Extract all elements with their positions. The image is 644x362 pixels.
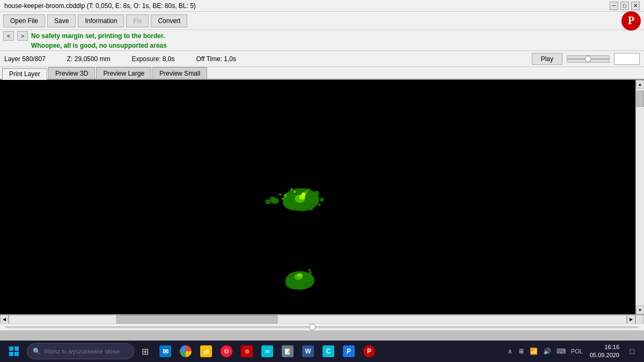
taskbar-app-chrome[interactable] [176,341,195,362]
svg-point-19 [294,191,296,193]
save-button[interactable]: Save [47,14,76,27]
title-bar-text: house-keeper-broom.cbddlp (T: 0,050, E: … [4,2,196,10]
nav-forward-button[interactable]: > [17,31,28,41]
scroll-right-arrow[interactable]: ▶ [627,315,635,324]
scroll-left-arrow[interactable]: ◀ [0,315,9,324]
start-button[interactable] [2,341,26,362]
svg-point-21 [286,271,314,290]
scroll-down-arrow[interactable]: ▼ [636,306,645,314]
clock-date: 05.09.2020 [590,351,619,359]
svg-rect-30 [9,352,13,356]
horizontal-scrollbar[interactable]: ◀ ▶ [0,314,644,323]
taskbar-app-p2[interactable]: P [360,341,379,362]
tray-volume[interactable]: 🔊 [541,346,553,356]
tray-keyboard[interactable]: ⌨ [555,346,567,356]
nav-back-button[interactable]: < [3,31,14,41]
main-area: ▲ ▼ ◀ ▶ [0,80,644,330]
svg-point-6 [302,193,306,197]
slider-thumb[interactable] [585,56,591,62]
tab-preview-small[interactable]: Preview Small [152,67,207,79]
svg-point-11 [282,197,284,200]
svg-point-2 [299,191,318,203]
canvas-wrapper [0,80,635,314]
task-view-icon: ⊞ [142,346,149,357]
tab-preview-3d[interactable]: Preview 3D [48,67,95,79]
vertical-scrollbar[interactable]: ▲ ▼ [635,80,644,314]
frame-input[interactable]: 580 [614,53,640,65]
taskbar-app-word[interactable]: W [298,341,318,362]
scroll-thumb-horizontal[interactable] [116,315,277,323]
svg-point-22 [286,277,304,289]
search-bar[interactable]: 🔍 [27,343,134,359]
scroll-track-vertical[interactable] [636,88,645,306]
bottom-slider-thumb[interactable] [309,324,316,330]
maximize-button[interactable]: □ [620,2,629,10]
word-icon: W [302,345,314,357]
svg-point-4 [295,195,305,203]
opera-icon: O [221,345,232,357]
app-p2-icon: P [363,345,375,357]
taskbar-app-mail[interactable]: ✉ [258,341,277,362]
speed-slider[interactable] [567,55,610,63]
tray-network[interactable]: 🖥 [516,346,526,356]
layer-info-bar: Layer 580/807 Z: 29,0500 mm Exposure: 8,… [0,51,644,67]
bottom-slider-track[interactable] [5,326,639,328]
information-button[interactable]: Information [78,14,124,27]
open-file-button[interactable]: Open File [3,14,45,27]
svg-point-26 [309,271,312,274]
tab-print-layer[interactable]: Print Layer [2,68,47,80]
svg-point-20 [291,188,293,190]
svg-point-23 [297,272,313,283]
windows-icon [9,346,19,357]
minimize-button[interactable]: ─ [610,2,618,10]
search-input[interactable] [44,348,119,354]
taskbar-app-opera[interactable]: O [217,341,236,362]
title-bar-controls: ─ □ ✕ [610,2,640,10]
system-clock[interactable]: 16:16 05.09.2020 [587,343,623,360]
task-view-button[interactable]: ⊞ [135,341,155,362]
svg-rect-31 [14,352,19,356]
toolbar: Open File Save Information Fix Convert P [0,12,644,30]
taskbar-app-explorer[interactable]: 📁 [196,341,216,362]
messages-panel: < > No safety margin set, printing to th… [0,30,644,51]
tab-preview-large[interactable]: Preview Large [96,67,151,79]
tray-expand[interactable]: ∧ [506,346,514,356]
message-1: No safety margin set, printing to the bo… [31,32,165,40]
svg-point-1 [283,195,304,210]
tab-bar: Print Layer Preview 3D Preview Large Pre… [0,67,644,80]
system-tray: ∧ 🖥 📶 🔊 ⌨ POL 16:16 05.09.2020 □ [506,341,642,362]
convert-button[interactable]: Convert [151,14,187,27]
svg-point-17 [305,190,308,194]
taskbar-app-notepad[interactable]: 📝 [278,341,297,362]
svg-point-13 [314,191,319,196]
fix-button[interactable]: Fix [126,14,149,27]
title-bar: house-keeper-broom.cbddlp (T: 0,050, E: … [0,0,644,12]
svg-point-16 [310,208,313,211]
taskbar-app-outlook[interactable]: ✉ [156,341,175,362]
app5-icon: ⚙ [241,345,253,357]
scroll-thumb-vertical[interactable] [636,91,644,107]
taskbar-app-p1[interactable]: P [339,341,358,362]
svg-rect-29 [14,346,19,351]
chrome-icon [180,345,192,357]
playback-controls: Play 580 [532,53,640,65]
close-button[interactable]: ✕ [631,2,640,10]
notification-button[interactable]: □ [625,341,640,362]
taskbar-app-crystal[interactable]: C [319,341,338,362]
lang-indicator[interactable]: POL [569,347,584,356]
explorer-icon: 📁 [200,345,212,357]
z-position: Z: 29,0500 mm [67,55,111,63]
svg-point-25 [297,273,303,277]
svg-point-18 [308,188,310,190]
app-p1-icon: P [343,345,355,357]
outlook-icon: ✉ [159,345,171,357]
taskbar: 🔍 ⊞ ✉ 📁 O ⚙ ✉ 📝 [0,341,644,362]
exposure-time: Exposure: 8,0s [131,55,174,63]
play-button[interactable]: Play [532,53,562,65]
svg-point-5 [299,195,305,200]
svg-point-15 [318,203,321,206]
taskbar-app-5[interactable]: ⚙ [237,341,257,362]
tray-wifi[interactable]: 📶 [528,346,539,356]
scroll-track-horizontal[interactable] [9,315,627,324]
scroll-up-arrow[interactable]: ▲ [636,80,645,88]
